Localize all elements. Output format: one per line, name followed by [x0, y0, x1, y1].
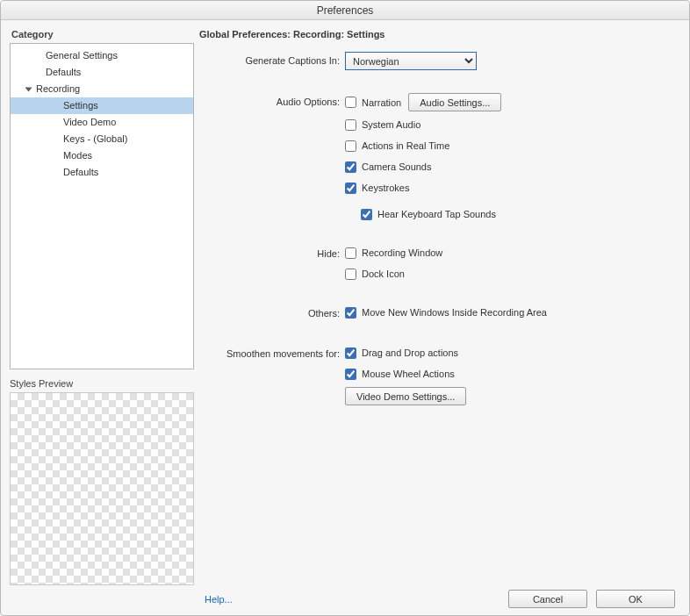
sidebar: Category General SettingsDefaultsRecordi… [10, 27, 194, 608]
tree-item-video-demo[interactable]: Video Demo [11, 114, 193, 131]
smooth-label: Smoothen movements for: [199, 345, 340, 362]
audio-label: Audio Options: [199, 93, 340, 111]
hide-label: Hide: [199, 245, 340, 262]
recording-window-label: Recording Window [362, 245, 442, 261]
others-label: Others: [199, 304, 340, 322]
category-tree[interactable]: General SettingsDefaultsRecordingSetting… [10, 43, 194, 369]
tree-item-modes[interactable]: Modes [11, 147, 193, 164]
actions-realtime-checkbox[interactable]: Actions in Real Time [345, 138, 680, 154]
camera-sounds-checkbox[interactable]: Camera Sounds [345, 159, 680, 175]
audio-settings-button[interactable]: Audio Settings... [408, 93, 501, 111]
system-audio-label: System Audio [362, 117, 420, 133]
wheel-checkbox[interactable]: Mouse Wheel Actions [345, 366, 680, 382]
styles-preview [10, 392, 194, 585]
cancel-button[interactable]: Cancel [508, 590, 587, 608]
dock-icon-checkbox[interactable]: Dock Icon [345, 266, 680, 282]
captions-label: Generate Captions In: [199, 52, 340, 69]
hear-tap-checkbox[interactable]: Hear Keyboard Tap Sounds [345, 206, 680, 222]
tree-item-keys-global-[interactable]: Keys - (Global) [11, 131, 193, 147]
ok-button[interactable]: OK [596, 590, 675, 608]
keystrokes-checkbox[interactable]: Keystrokes [345, 180, 680, 196]
main-panel: Global Preferences: Recording: Settings … [199, 27, 680, 608]
wheel-label: Mouse Wheel Actions [362, 366, 455, 382]
window-title: Preferences [1, 1, 689, 20]
recording-window-checkbox[interactable]: Recording Window [345, 245, 680, 261]
help-link[interactable]: Help... [205, 594, 233, 605]
tree-item-settings[interactable]: Settings [11, 97, 193, 114]
chevron-down-icon[interactable] [25, 87, 32, 91]
preferences-window: Preferences Category General SettingsDef… [0, 0, 690, 616]
narration-checkbox[interactable]: Narration [345, 95, 401, 111]
section-title: Global Preferences: Recording: Settings [199, 29, 680, 39]
move-windows-checkbox[interactable]: Move New Windows Inside Recording Area [345, 304, 680, 320]
category-label: Category [11, 29, 194, 39]
system-audio-checkbox[interactable]: System Audio [345, 117, 680, 133]
drag-checkbox[interactable]: Drag and Drop actions [345, 345, 680, 361]
hear-tap-label: Hear Keyboard Tap Sounds [377, 206, 496, 222]
keystrokes-label: Keystrokes [362, 180, 409, 196]
narration-label: Narration [362, 95, 401, 111]
captions-select[interactable]: Norwegian [345, 52, 477, 70]
dock-icon-label: Dock Icon [362, 266, 405, 282]
video-demo-settings-button[interactable]: Video Demo Settings... [345, 387, 466, 405]
tree-item-label: Recording [36, 81, 80, 97]
camera-sounds-label: Camera Sounds [362, 159, 432, 175]
tree-item-defaults[interactable]: Defaults [11, 64, 193, 81]
tree-item-general-settings[interactable]: General Settings [11, 47, 193, 64]
move-windows-label: Move New Windows Inside Recording Area [362, 304, 547, 320]
tree-item-recording[interactable]: Recording [11, 81, 193, 97]
styles-preview-label: Styles Preview [10, 378, 194, 389]
drag-label: Drag and Drop actions [362, 345, 458, 361]
actions-realtime-label: Actions in Real Time [362, 138, 449, 154]
tree-item-defaults[interactable]: Defaults [11, 164, 193, 181]
